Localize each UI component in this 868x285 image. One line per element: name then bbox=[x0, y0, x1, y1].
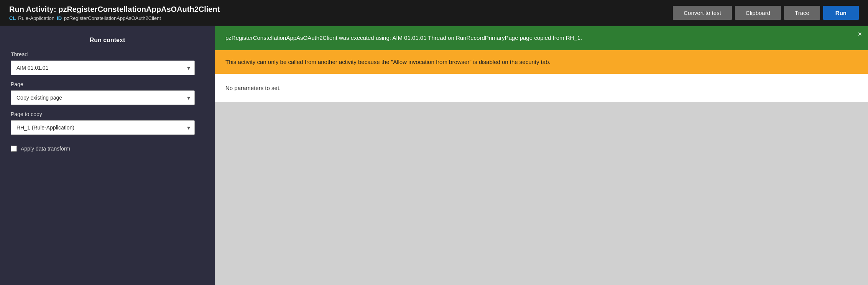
green-banner-text: pzRegisterConstellationAppAsOAuth2Client… bbox=[225, 34, 582, 41]
run-button[interactable]: Run bbox=[823, 6, 859, 20]
apply-data-transform-checkbox[interactable] bbox=[11, 146, 17, 152]
thread-select-wrapper[interactable]: AIM 01.01.01 bbox=[11, 61, 195, 75]
page-to-copy-label: Page to copy bbox=[11, 111, 204, 117]
header-title: Run Activity: pzRegisterConstellationApp… bbox=[9, 5, 673, 21]
left-panel: Run context Thread AIM 01.01.01 Page Cop… bbox=[0, 26, 215, 285]
close-banner-button[interactable]: × bbox=[858, 31, 862, 38]
page-label: Page bbox=[11, 81, 204, 87]
run-activity-label: Run Activity: bbox=[9, 5, 56, 13]
thread-label: Thread bbox=[11, 51, 204, 57]
page-to-copy-select[interactable]: RH_1 (Rule-Application) bbox=[11, 120, 195, 135]
yellow-banner-text: This activity can only be called from an… bbox=[225, 59, 551, 65]
clipboard-button[interactable]: Clipboard bbox=[735, 6, 781, 20]
yellow-warning-banner: This activity can only be called from an… bbox=[215, 50, 868, 74]
header-subtitle: CL Rule-Application ID pzRegisterConstel… bbox=[9, 15, 673, 21]
run-context-title: Run context bbox=[11, 37, 204, 44]
header: Run Activity: pzRegisterConstellationApp… bbox=[0, 0, 868, 26]
header-buttons: Convert to test Clipboard Trace Run bbox=[673, 6, 859, 20]
page-title: Run Activity: pzRegisterConstellationApp… bbox=[9, 5, 673, 14]
cl-label: CL bbox=[9, 15, 16, 21]
cl-value: Rule-Application bbox=[18, 15, 54, 21]
apply-data-transform-label: Apply data transform bbox=[21, 146, 70, 152]
gray-area bbox=[215, 102, 868, 285]
apply-data-transform-row: Apply data transform bbox=[11, 146, 204, 152]
thread-select[interactable]: AIM 01.01.01 bbox=[11, 61, 195, 75]
page-select[interactable]: Copy existing page bbox=[11, 90, 195, 105]
id-label: ID bbox=[57, 15, 62, 21]
right-panel: pzRegisterConstellationAppAsOAuth2Client… bbox=[215, 26, 868, 285]
page-select-wrapper[interactable]: Copy existing page bbox=[11, 90, 195, 105]
params-text: No parameters to set. bbox=[225, 85, 281, 91]
green-success-banner: pzRegisterConstellationAppAsOAuth2Client… bbox=[215, 26, 868, 50]
page-to-copy-select-wrapper[interactable]: RH_1 (Rule-Application) bbox=[11, 120, 195, 135]
activity-name: pzRegisterConstellationAppAsOAuth2Client bbox=[58, 5, 220, 13]
convert-to-test-button[interactable]: Convert to test bbox=[673, 6, 732, 20]
id-value: pzRegisterConstellationAppAsOAuth2Client bbox=[64, 15, 161, 21]
main-content: Run context Thread AIM 01.01.01 Page Cop… bbox=[0, 26, 868, 285]
trace-button[interactable]: Trace bbox=[784, 6, 820, 20]
params-area: No parameters to set. bbox=[215, 74, 868, 102]
